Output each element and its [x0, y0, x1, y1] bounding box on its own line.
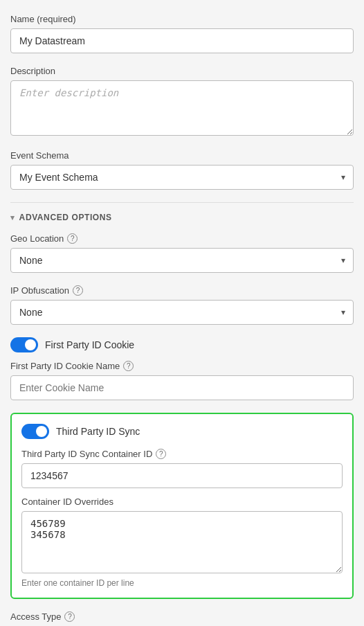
first-party-field-group: First Party ID Cookie First Party ID Coo… [10, 337, 354, 400]
advanced-options-label: ADVANCED OPTIONS [19, 213, 112, 222]
description-field-group: Description [10, 66, 354, 138]
first-party-toggle[interactable] [10, 337, 38, 352]
third-party-sync-box: Third Party ID Sync Third Party ID Sync … [10, 413, 354, 599]
geo-location-field-group: Geo Location ? None ▾ [10, 233, 354, 273]
first-party-slider [10, 337, 38, 352]
divider [10, 202, 354, 203]
first-party-cookie-name-label-row: First Party ID Cookie Name ? [10, 361, 354, 371]
description-textarea[interactable] [10, 80, 354, 136]
geo-location-select-wrapper: None ▾ [10, 248, 354, 273]
event-schema-select[interactable]: My Event Schema [10, 165, 354, 190]
container-id-overrides-textarea[interactable] [21, 511, 343, 573]
name-input[interactable] [10, 28, 354, 53]
third-party-container-id-field: Third Party ID Sync Container ID ? [21, 449, 343, 488]
third-party-toggle-label: Third Party ID Sync [56, 426, 140, 437]
access-type-label: Access Type [10, 611, 61, 622]
third-party-container-id-help-icon[interactable]: ? [156, 449, 166, 459]
ip-obfuscation-label: IP Obfuscation [10, 285, 69, 296]
container-id-overrides-field: Container ID Overrides Enter one contain… [21, 497, 343, 588]
geo-location-label: Geo Location [10, 233, 64, 244]
container-id-overrides-label: Container ID Overrides [21, 497, 343, 507]
geo-location-help-icon[interactable]: ? [67, 233, 78, 244]
description-label: Description [10, 66, 354, 76]
first-party-cookie-name-label: First Party ID Cookie Name [10, 361, 120, 371]
name-label: Name (required) [10, 14, 354, 24]
ip-obfuscation-select[interactable]: None [10, 300, 354, 325]
ip-obfuscation-help-icon[interactable]: ? [73, 285, 83, 296]
third-party-container-id-input[interactable] [21, 463, 343, 488]
advanced-options-chevron-icon: ▾ [10, 213, 15, 222]
geo-location-select[interactable]: None [10, 248, 354, 273]
access-type-label-row: Access Type ? [10, 611, 354, 622]
third-party-toggle[interactable] [21, 424, 49, 439]
geo-location-label-row: Geo Location ? [10, 233, 354, 244]
ip-obfuscation-select-wrapper: None ▾ [10, 300, 354, 325]
first-party-cookie-input[interactable] [10, 375, 354, 400]
first-party-toggle-label: First Party ID Cookie [45, 339, 134, 350]
ip-obfuscation-label-row: IP Obfuscation ? [10, 285, 354, 296]
third-party-container-id-label: Third Party ID Sync Container ID [21, 449, 152, 459]
event-schema-field-group: Event Schema My Event Schema ▾ [10, 150, 354, 190]
event-schema-select-wrapper: My Event Schema ▾ [10, 165, 354, 190]
container-id-hint: Enter one container ID per line [21, 578, 343, 588]
first-party-cookie-help-icon[interactable]: ? [123, 361, 134, 371]
event-schema-label: Event Schema [10, 150, 354, 161]
ip-obfuscation-field-group: IP Obfuscation ? None ▾ [10, 285, 354, 325]
access-type-help-icon[interactable]: ? [64, 611, 75, 622]
third-party-container-id-label-row: Third Party ID Sync Container ID ? [21, 449, 343, 459]
access-type-field-group: Access Type ? Mixed Authentication ▾ [10, 611, 354, 626]
first-party-toggle-row: First Party ID Cookie [10, 337, 354, 352]
advanced-options-toggle[interactable]: ▾ ADVANCED OPTIONS [10, 213, 354, 222]
name-field-group: Name (required) [10, 14, 354, 53]
third-party-slider [21, 424, 49, 439]
third-party-toggle-row: Third Party ID Sync [21, 424, 343, 439]
